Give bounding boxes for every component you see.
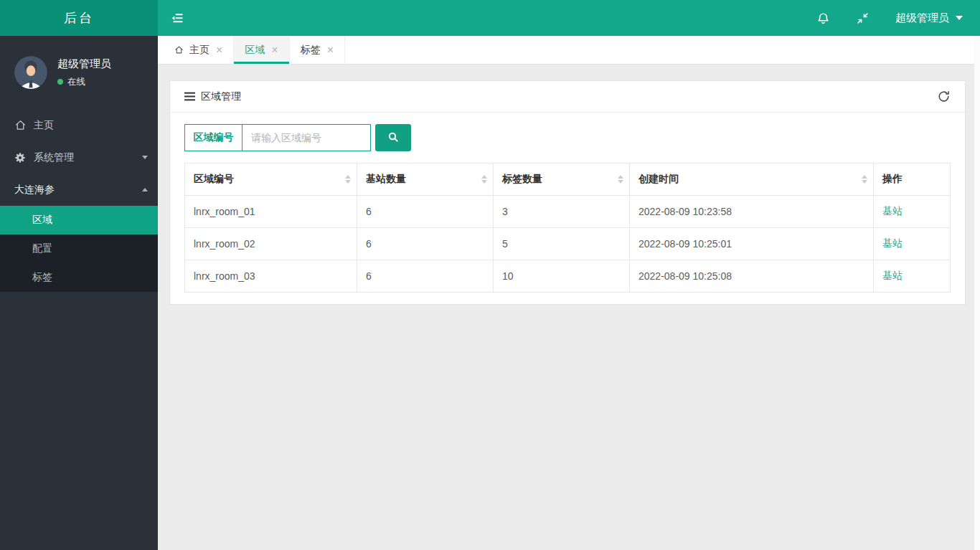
sidebar-submenu: 区域 配置 标签 <box>0 206 158 292</box>
close-icon[interactable]: × <box>271 44 278 56</box>
tab-label: 标签 <box>301 44 321 57</box>
tab-label: 主页 <box>189 44 209 57</box>
top-bar-main: 超级管理员 <box>158 0 980 36</box>
column-label: 操作 <box>882 173 903 184</box>
brand-title: 后台 <box>0 0 158 36</box>
cell-tag-count: 10 <box>494 260 630 293</box>
cell-created-at: 2022-08-09 10:25:01 <box>630 228 874 260</box>
tab-home[interactable]: 主页 × <box>164 36 234 64</box>
sidebar-item-home[interactable]: 主页 <box>0 109 158 141</box>
home-icon <box>174 45 184 54</box>
area-id-search-input[interactable] <box>242 125 370 151</box>
sort-icon[interactable] <box>345 175 351 184</box>
sidebar-item-label: 主页 <box>34 119 54 132</box>
base-station-link[interactable]: 基站 <box>882 237 903 249</box>
sidebar-user-name: 超级管理员 <box>57 57 111 71</box>
notification-bell-icon[interactable] <box>816 11 830 25</box>
sidebar-user-panel: 超级管理员 在线 <box>0 36 158 100</box>
panel-title: 区域管理 <box>201 90 241 103</box>
panel-header: 区域管理 <box>170 81 965 113</box>
table-row: lnrx_room_01 6 3 2022-08-09 10:23:58 基站 <box>185 196 951 228</box>
sidebar-item-system-management[interactable]: 系统管理 <box>0 141 158 174</box>
cell-created-at: 2022-08-09 10:25:08 <box>630 260 874 293</box>
sidebar-menu: 主页 系统管理 大连海参 区域 <box>0 109 158 292</box>
base-station-link[interactable]: 基站 <box>882 205 903 217</box>
sidebar: 超级管理员 在线 主页 <box>0 36 158 550</box>
cell-area-id: lnrx_room_03 <box>185 260 357 293</box>
gear-icon <box>14 151 27 164</box>
tab-bar: 主页 × 区域 × 标签 × <box>158 36 980 65</box>
user-menu-label: 超级管理员 <box>895 11 949 25</box>
table-header-row: 区域编号 基站数量 标签数量 <box>185 163 951 196</box>
sort-icon[interactable] <box>618 175 623 184</box>
column-label: 标签数量 <box>502 173 542 184</box>
tab-area[interactable]: 区域 × <box>234 36 289 64</box>
caret-down-icon <box>956 16 963 20</box>
table-row: lnrx_room_02 6 5 2022-08-09 10:25:01 基站 <box>185 228 951 260</box>
cell-area-id: lnrx_room_01 <box>185 196 357 228</box>
cell-station-count: 6 <box>357 260 494 293</box>
sidebar-item-dalian-haishen[interactable]: 大连海参 <box>0 174 158 206</box>
sort-icon[interactable] <box>862 175 867 184</box>
search-input-group: 区域编号 <box>184 124 371 151</box>
close-icon[interactable]: × <box>216 44 222 56</box>
tab-tag[interactable]: 标签 × <box>290 36 345 64</box>
column-header-actions: 操作 <box>874 163 951 196</box>
sidebar-user-info: 超级管理员 在线 <box>57 57 111 88</box>
sidebar-user-status: 在线 <box>57 76 111 88</box>
user-menu[interactable]: 超级管理员 <box>895 11 963 25</box>
search-button[interactable] <box>375 124 411 151</box>
sidebar-subitem-area[interactable]: 区域 <box>0 206 158 234</box>
tab-label: 区域 <box>245 44 265 57</box>
sort-icon[interactable] <box>481 175 487 184</box>
online-status-label: 在线 <box>67 76 85 88</box>
caret-up-icon <box>142 188 148 191</box>
cell-tag-count: 3 <box>494 196 630 228</box>
online-status-icon <box>57 79 63 85</box>
user-avatar-illustration <box>14 56 47 89</box>
table-row: lnrx_room_03 6 10 2022-08-09 10:25:08 基站 <box>185 260 951 293</box>
cell-station-count: 6 <box>357 228 494 260</box>
refresh-icon[interactable] <box>937 90 951 103</box>
home-icon <box>14 119 27 132</box>
column-header-created-at[interactable]: 创建时间 <box>630 163 874 196</box>
scrollbar-track[interactable] <box>974 36 980 550</box>
sidebar-subitem-label: 配置 <box>32 242 52 255</box>
cell-tag-count: 5 <box>494 228 630 260</box>
search-icon <box>387 131 399 145</box>
column-label: 创建时间 <box>639 173 679 184</box>
top-bar: 后台 <box>0 0 980 36</box>
cell-station-count: 6 <box>357 196 494 228</box>
column-label: 区域编号 <box>194 173 234 184</box>
content-body: 区域管理 区域编号 <box>158 65 980 550</box>
main-area: 主页 × 区域 × 标签 × 区域管理 <box>158 36 980 550</box>
avatar[interactable] <box>14 56 47 89</box>
cell-created-at: 2022-08-09 10:23:58 <box>630 196 874 228</box>
fullscreen-compress-icon[interactable] <box>856 11 870 25</box>
column-label: 基站数量 <box>366 173 406 184</box>
sidebar-subitem-label: 区域 <box>32 214 52 227</box>
sidebar-subitem-config[interactable]: 配置 <box>0 234 158 263</box>
area-management-panel: 区域管理 区域编号 <box>169 80 966 305</box>
search-row: 区域编号 <box>184 124 951 151</box>
close-icon[interactable]: × <box>327 44 334 56</box>
cell-area-id: lnrx_room_02 <box>185 228 357 260</box>
search-field-label: 区域编号 <box>185 125 242 151</box>
top-bar-actions: 超级管理员 <box>816 11 963 25</box>
sidebar-item-label: 大连海参 <box>14 184 55 196</box>
column-header-tag-count[interactable]: 标签数量 <box>494 163 630 196</box>
column-header-area-id[interactable]: 区域编号 <box>185 163 357 196</box>
base-station-link[interactable]: 基站 <box>882 270 903 281</box>
sidebar-item-label: 系统管理 <box>34 151 74 164</box>
sidebar-toggle-icon[interactable] <box>171 11 185 25</box>
sidebar-subitem-label: 标签 <box>32 271 52 284</box>
sidebar-subitem-tag[interactable]: 标签 <box>0 263 158 292</box>
caret-down-icon <box>142 156 148 159</box>
column-header-station-count[interactable]: 基站数量 <box>357 163 494 196</box>
panel-body: 区域编号 <box>170 113 965 304</box>
area-table: 区域编号 基站数量 标签数量 <box>184 163 951 293</box>
list-menu-icon <box>184 92 195 101</box>
